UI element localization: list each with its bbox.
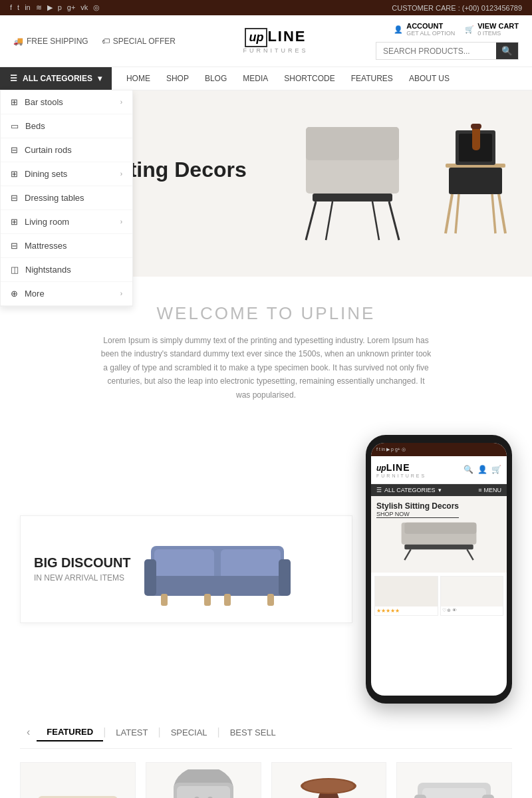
nav-features[interactable]: FEATURES: [343, 67, 401, 90]
mobile-product-2: ♡ ⊕ 👁: [440, 576, 504, 616]
search-input[interactable]: [376, 43, 496, 59]
tab-special[interactable]: SPECIAL: [161, 724, 217, 741]
mobile-logo: upLINE FURNITURES: [376, 462, 426, 478]
product-svg-3: [285, 769, 372, 798]
svg-rect-23: [161, 594, 168, 606]
product-card-2[interactable]: BLACK DESIGNER BANDEAU $45.00 $40.00 -11…: [146, 762, 261, 798]
tab-best-sell[interactable]: BEST SELL: [220, 724, 286, 741]
product-card-4[interactable]: PENCIL SILVER AND BLACK $76.00 $72.00 -5…: [396, 762, 512, 798]
svg-line-4: [389, 201, 399, 240]
category-more[interactable]: ⊕ More ›: [1, 282, 132, 306]
product-card-3[interactable]: AMBIENT BLACK MAXI $115.00: [271, 762, 387, 798]
svg-rect-19: [221, 549, 281, 579]
product-image-3: [272, 763, 386, 798]
facebook-icon[interactable]: f: [10, 3, 12, 12]
instagram-icon[interactable]: ◎: [93, 3, 100, 12]
all-categories-label: ALL CATEGORIES: [23, 74, 92, 83]
discount-subtitle: IN NEW ARRIVAL ITEMS: [34, 573, 131, 583]
customer-care: CUSTOMER CARE : (+00) 0123456789: [392, 4, 522, 12]
account-label: ACCOUNT: [406, 22, 455, 30]
category-living-room[interactable]: ⊞ Living room ›: [1, 210, 132, 234]
nav-blog[interactable]: BLOG: [197, 67, 235, 90]
linkedin-icon[interactable]: in: [25, 3, 31, 12]
svg-line-5: [326, 201, 332, 240]
tab-featured[interactable]: FEATURED: [37, 724, 103, 741]
category-dressing-tables[interactable]: ⊟ Dressing tables: [1, 186, 132, 210]
search-bar[interactable]: 🔍: [376, 42, 519, 60]
category-curtain-rods[interactable]: ⊟ Curtain rods: [1, 138, 132, 162]
tabs-row: ‹ FEATURED | LATEST | SPECIAL | BEST SEL…: [20, 724, 512, 749]
welcome-text: Lorem Ipsum is simply dummy text of the …: [100, 334, 432, 402]
mobile-menu-label[interactable]: ≡ MENU: [478, 487, 501, 493]
mobile-mockup: f t in ▶ p g+ ◎ upLINE FURNITURES 🔍 👤 🛒 …: [366, 435, 512, 704]
mobile-product-1: ★★★★★: [374, 576, 438, 616]
rss-icon[interactable]: ≋: [36, 3, 42, 12]
category-nightstands[interactable]: ◫ Nightstands: [1, 258, 132, 282]
svg-rect-16: [471, 124, 481, 129]
nav-shop[interactable]: SHOP: [158, 67, 197, 90]
category-dining-sets[interactable]: ⊞ Dining sets ›: [1, 162, 132, 186]
hero-chair-2: [432, 124, 519, 243]
googleplus-icon[interactable]: g+: [67, 3, 76, 12]
view-cart-button[interactable]: 🛒 VIEW CART 0 ITEMS: [465, 22, 519, 37]
mobile-chair-preview: [376, 518, 501, 565]
twitter-icon[interactable]: t: [17, 3, 19, 12]
hero-chair-1: [286, 107, 419, 260]
product-image-2: [146, 763, 261, 798]
free-shipping-badge: 🚚 FREE SHIPPING: [13, 37, 88, 46]
svg-rect-25: [224, 594, 231, 606]
svg-rect-26: [267, 594, 274, 606]
social-icons: f t in ≋ ▶ p g+ vk ◎: [10, 3, 100, 12]
nav-media[interactable]: MEDIA: [235, 67, 276, 90]
svg-line-13: [456, 194, 459, 233]
svg-point-60: [303, 779, 354, 793]
category-beds[interactable]: ▭ Beds: [1, 114, 132, 138]
youtube-icon[interactable]: ▶: [47, 3, 53, 12]
mobile-products: ★★★★★ ♡ ⊕ 👁: [371, 573, 507, 619]
tag-icon: 🏷: [102, 37, 110, 46]
vk-icon[interactable]: vk: [80, 3, 88, 12]
products-grid: ★★★★☆ BLACK WITH WHITE FLOWER $85.00 $80…: [0, 749, 532, 798]
nav-shortcode[interactable]: SHORTCODE: [276, 67, 342, 90]
mobile-all-categories[interactable]: ALL CATEGORIES: [384, 487, 436, 493]
mobile-hero-area: Stylish Sitting Decors SHOP NOW: [371, 496, 507, 573]
search-button[interactable]: 🔍: [496, 43, 518, 59]
sofa-image: [144, 533, 291, 606]
mobile-icons: 🔍 👤 🛒: [464, 465, 501, 474]
user-icon: 👤: [394, 25, 403, 34]
chevron-right-icon: ›: [120, 290, 122, 297]
nightstand-icon: ◫: [11, 265, 19, 275]
nav-home[interactable]: HOME: [118, 67, 158, 90]
tab-latest[interactable]: LATEST: [106, 724, 158, 741]
svg-rect-24: [204, 594, 211, 606]
svg-line-6: [372, 201, 379, 240]
discount-box: BIG DISCOUNT IN NEW ARRIVAL ITEMS: [20, 515, 352, 623]
nav-bar: ☰ ALL CATEGORIES ▾ ⊞ Bar stools › ▭ Beds…: [0, 67, 532, 90]
category-bar-stools[interactable]: ⊞ Bar stools ›: [1, 90, 132, 114]
mobile-user-icon[interactable]: 👤: [477, 465, 487, 474]
svg-rect-21: [144, 559, 156, 596]
account-button[interactable]: 👤 ACCOUNT GET ALL OPTION: [394, 22, 455, 37]
logo-line: LINE: [267, 28, 306, 45]
product-svg-4: [408, 769, 501, 798]
category-mattresses[interactable]: ⊟ Mattresses: [1, 234, 132, 258]
more-icon: ⊕: [11, 289, 18, 299]
mobile-search-icon[interactable]: 🔍: [464, 465, 473, 474]
svg-rect-66: [414, 795, 426, 798]
mobile-cart-icon[interactable]: 🛒: [491, 465, 501, 474]
mobile-menu-icon: ☰: [376, 487, 382, 493]
nav-about[interactable]: ABOUT US: [401, 67, 458, 90]
logo-up: up: [249, 31, 263, 44]
mobile-shop-now[interactable]: SHOP NOW: [376, 511, 459, 518]
pinterest-icon[interactable]: p: [58, 3, 62, 12]
top-bar: f t in ≋ ▶ p g+ vk ◎ CUSTOMER CARE : (+0…: [0, 0, 532, 15]
product-tabs-section: ‹ FEATURED | LATEST | SPECIAL | BEST SEL…: [0, 717, 532, 749]
product-card-1[interactable]: ★★★★☆ BLACK WITH WHITE FLOWER $85.00 $80…: [20, 762, 136, 798]
cart-icon: 🛒: [465, 25, 474, 34]
all-categories-button[interactable]: ☰ ALL CATEGORIES ▾: [0, 67, 112, 90]
logo[interactable]: up LINE FURNITURES: [243, 28, 308, 54]
tabs-prev-arrow[interactable]: ‹: [20, 726, 37, 738]
chevron-right-icon: ›: [120, 98, 122, 106]
dressing-icon: ⊟: [11, 193, 18, 203]
nav-links: HOME SHOP BLOG MEDIA SHORTCODE FEATURES …: [112, 67, 458, 90]
